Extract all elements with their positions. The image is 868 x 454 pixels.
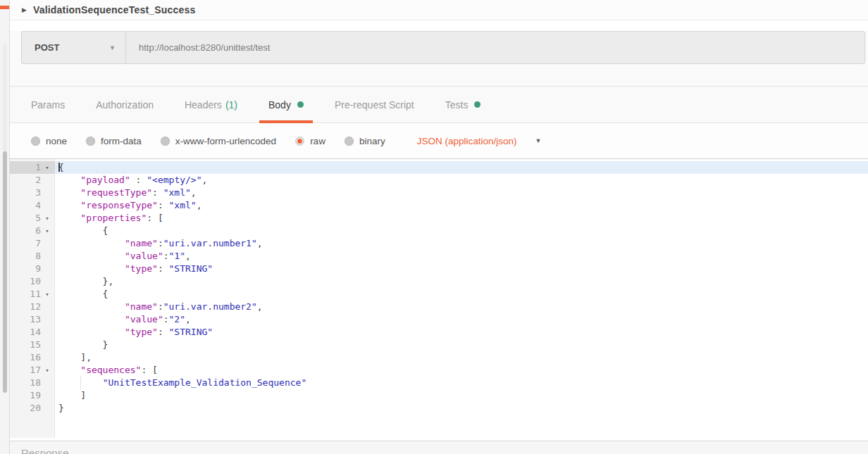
code-text: ],	[55, 351, 868, 364]
code-line: 16 ],	[10, 351, 868, 364]
method-label: POST	[22, 42, 59, 53]
tab-pre-request-script[interactable]: Pre-request Script	[319, 87, 430, 122]
gutter-cell: 7	[10, 237, 55, 250]
editor-lines: 1 ▾ { 2 "payload" : "<empty/>", 3 "reque…	[10, 161, 868, 415]
fold-arrow-icon[interactable]	[41, 339, 54, 351]
code-text: "payload" : "<empty/>",	[55, 174, 868, 187]
line-number: 13	[10, 313, 41, 326]
fold-arrow-icon[interactable]: ▾	[41, 288, 54, 301]
gutter-cell: 5 ▾	[10, 212, 55, 225]
gutter-cell: 1 ▾	[10, 161, 55, 174]
fold-arrow-icon[interactable]	[41, 263, 54, 275]
fold-arrow-icon[interactable]	[41, 389, 54, 402]
fold-arrow-icon[interactable]: ▾	[41, 364, 54, 377]
line-number: 15	[10, 339, 41, 351]
tab-tests[interactable]: Tests	[430, 87, 497, 122]
gutter-cell: 2	[10, 174, 55, 187]
code-line: 6 ▾ {	[10, 225, 868, 237]
radio-icon[interactable]	[86, 137, 95, 146]
body-type-radio-binary[interactable]: binary	[345, 136, 385, 146]
code-line: 9 "type": "STRING"	[10, 263, 868, 275]
response-section: Response	[10, 441, 868, 454]
code-line: 19 ]	[10, 389, 868, 402]
radio-icon[interactable]	[161, 137, 170, 146]
request-header: ▶ ValidationSequenceTest_Success	[10, 0, 868, 20]
gutter-cell: 11 ▾	[10, 288, 55, 301]
radio-label: x-www-form-urlencoded	[175, 136, 276, 146]
fold-arrow-icon[interactable]: ▾	[41, 161, 54, 174]
line-number: 19	[10, 389, 41, 402]
line-number: 9	[10, 263, 41, 275]
gutter-cell: 4	[10, 199, 55, 212]
code-line: 7 "name":"uri.var.number1",	[10, 237, 868, 250]
gutter-cell: 13	[10, 313, 55, 326]
code-line: 2 "payload" : "<empty/>",	[10, 174, 868, 187]
code-text: "requestType": "xml",	[55, 187, 868, 199]
line-number: 7	[10, 237, 41, 250]
request-builder: ▶ ValidationSequenceTest_Success POST ▼ …	[10, 0, 868, 454]
tab-headers[interactable]: Headers (1)	[169, 87, 253, 122]
tab-label: Body	[268, 99, 291, 111]
gutter-cell: 15	[10, 339, 55, 351]
url-input[interactable]: http://localhost:8280/unittest/test	[125, 31, 865, 64]
radio-icon[interactable]	[345, 137, 354, 146]
code-text: }	[55, 402, 868, 415]
code-text: "properties": [	[55, 212, 868, 225]
tab-label: Params	[31, 99, 65, 111]
code-text: "name":"uri.var.number2",	[55, 301, 868, 313]
body-type-radio-form-data[interactable]: form-data	[86, 136, 142, 146]
body-editor[interactable]: 1 ▾ { 2 "payload" : "<empty/>", 3 "reque…	[10, 159, 868, 441]
fold-arrow-icon[interactable]	[41, 275, 54, 288]
code-line: 4 "responseType": "xml",	[10, 199, 868, 212]
fold-arrow-icon[interactable]	[41, 377, 54, 389]
fold-arrow-icon[interactable]	[41, 237, 54, 250]
tab-body[interactable]: Body	[253, 87, 319, 122]
line-number: 4	[10, 199, 41, 212]
code-text: "type": "STRING"	[55, 263, 868, 275]
fold-arrow-icon[interactable]	[41, 174, 54, 187]
sidebar-scrollbar-thumb[interactable]	[3, 151, 7, 393]
tab-label: Tests	[445, 99, 469, 111]
code-line: 17 ▾ "sequences": [	[10, 364, 868, 377]
radio-label: none	[46, 136, 67, 146]
tab-params[interactable]: Params	[16, 87, 80, 122]
fold-arrow-icon[interactable]	[41, 351, 54, 364]
body-type-radio-none[interactable]: none	[31, 136, 67, 146]
gutter-cell: 14	[10, 326, 55, 339]
gutter-cell: 12	[10, 301, 55, 313]
line-number: 5	[10, 212, 41, 225]
status-dot-icon	[297, 101, 304, 108]
line-number: 12	[10, 301, 41, 313]
fold-arrow-icon[interactable]	[41, 301, 54, 313]
fold-arrow-icon[interactable]	[41, 250, 54, 263]
radio-icon[interactable]	[295, 137, 304, 146]
radio-label: form-data	[101, 136, 142, 146]
radio-icon[interactable]	[31, 137, 40, 146]
line-number: 2	[10, 174, 41, 187]
code-line: 10 },	[10, 275, 868, 288]
fold-arrow-icon[interactable]	[41, 199, 54, 212]
collapse-arrow-icon[interactable]: ▶	[22, 6, 27, 13]
fold-arrow-icon[interactable]	[41, 402, 54, 415]
code-line: 5 ▾ "properties": [	[10, 212, 868, 225]
code-line: 15 }	[10, 339, 868, 351]
fold-arrow-icon[interactable]	[41, 326, 54, 339]
tab-count: (1)	[225, 99, 237, 111]
code-text: "responseType": "xml",	[55, 199, 868, 212]
body-type-radio-x-www-form-urlencoded[interactable]: x-www-form-urlencoded	[161, 136, 276, 146]
body-type-radio-raw[interactable]: raw	[295, 136, 326, 146]
url-section: POST ▼ http://localhost:8280/unittest/te…	[10, 31, 868, 87]
code-text: {	[55, 288, 868, 301]
gutter-cell: 3	[10, 187, 55, 199]
tab-authorization[interactable]: Authorization	[80, 87, 169, 122]
fold-arrow-icon[interactable]	[41, 313, 54, 326]
line-number: 6	[10, 225, 41, 237]
gutter-cell: 17 ▾	[10, 364, 55, 377]
fold-arrow-icon[interactable]: ▾	[41, 212, 54, 225]
fold-arrow-icon[interactable]: ▾	[41, 225, 54, 237]
fold-arrow-icon[interactable]	[41, 187, 54, 199]
content-type-select[interactable]: JSON (application/json) ▼	[417, 136, 542, 146]
left-sidebar-strip	[0, 0, 10, 454]
tab-label: Headers	[185, 99, 222, 111]
method-select[interactable]: POST ▼	[21, 31, 125, 64]
